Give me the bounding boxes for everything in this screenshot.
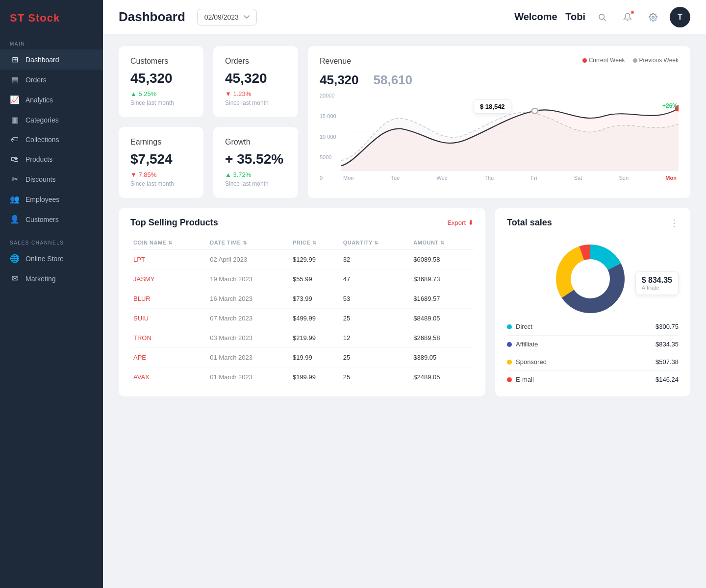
sidebar-label-categories: Categories [25, 116, 59, 124]
chart-x-labels: MonTueWedThuFriSatSunMon [341, 175, 679, 181]
revenue-values: 45,320 58,610 [320, 73, 679, 88]
sidebar-item-collections[interactable]: 🏷Collections [0, 130, 103, 149]
revenue-card: Revenue Current Week Previous Week [308, 46, 690, 198]
revenue-title: Revenue [320, 57, 351, 66]
row-qty-0: 32 [340, 250, 411, 270]
legend-label-2: Sponsored [516, 358, 547, 366]
legend-amount-1: $834.35 [656, 341, 679, 348]
row-coin-5: APE [130, 348, 207, 368]
sidebar-icon-analytics: 📈 [10, 95, 20, 104]
row-amount-6: $2489.05 [410, 368, 474, 387]
sales-legend: Direct $300.75 Affilliate $834.35 Sponso… [507, 323, 679, 383]
legend-dot-2 [507, 360, 512, 365]
row-qty-6: 25 [340, 368, 411, 387]
chart-area: $ 18,542 +26% [341, 93, 679, 173]
legend-item-direct: Direct $300.75 [507, 323, 679, 336]
sidebar-item-categories[interactable]: ▦Categories [0, 110, 103, 130]
row-coin-3: SUIU [130, 309, 207, 328]
table-row: AVAX 01 March 2023 $199.99 25 $2489.05 [130, 368, 474, 387]
sidebar-section-main: MAIN [0, 34, 103, 49]
app-logo: ST Stock [0, 0, 103, 34]
export-label: Export [447, 219, 466, 226]
stat-card-orders: Orders 45,320 ▼ 1.23% Since last month [213, 46, 298, 117]
row-qty-2: 53 [340, 289, 411, 309]
username-label: Tobi [565, 11, 585, 22]
row-date-1: 19 March 2023 [207, 270, 290, 289]
row-amount-4: $2689.58 [410, 328, 474, 348]
notification-badge [630, 10, 634, 14]
main-area: Dashboard 02/09/2023 Welcome Tobi T [103, 0, 706, 588]
sidebar-icon-categories: ▦ [10, 115, 20, 124]
table-row: JASMY 19 March 2023 $55.99 47 $3689.73 [130, 270, 474, 289]
top-selling-card: Top Selling Products Export ⬇ COIN NAME … [119, 208, 485, 396]
stat-label-3: Growth [225, 138, 286, 147]
sidebar-label-discounts: Discounts [25, 175, 55, 183]
search-button[interactable] [593, 8, 611, 26]
stat-label-0: Customers [130, 57, 192, 66]
sidebar-icon-products: 🛍 [10, 155, 20, 164]
stat-label-2: Earnings [130, 138, 192, 147]
sidebar-icon-customers: 👤 [10, 215, 20, 224]
header-right: Welcome Tobi T [514, 7, 690, 27]
col-coin: COIN NAME ⇅ [130, 236, 207, 250]
col-qty: QUANTITY ⇅ [340, 236, 411, 250]
stat-value-3: + 35.52% [225, 151, 286, 167]
legend-label-1: Affilliate [516, 341, 538, 348]
sidebar-label-collections: Collections [25, 136, 59, 144]
sidebar-item-online-store[interactable]: 🌐Online Store [0, 248, 103, 269]
sidebar-icon-marketing: ✉ [10, 274, 20, 283]
row-amount-5: $389.05 [410, 348, 474, 368]
sidebar-item-marketing[interactable]: ✉Marketing [0, 269, 103, 289]
svg-point-0 [599, 14, 605, 20]
legend-item-sponsored: Sponsored $507.38 [507, 358, 679, 371]
sidebar-item-employees[interactable]: 👥Employees [0, 189, 103, 209]
date-picker[interactable]: 02/09/2023 [197, 9, 257, 25]
stat-label-1: Orders [225, 57, 286, 66]
stat-value-0: 45,320 [130, 71, 192, 86]
stat-change-2: ▼ 7.85% [130, 171, 192, 178]
settings-button[interactable] [644, 8, 662, 26]
donut-chart-svg [544, 235, 642, 313]
top-selling-header: Top Selling Products Export ⬇ [130, 218, 474, 228]
legend-item-e-mail: E-mail $146.24 [507, 376, 679, 383]
sidebar-item-dashboard[interactable]: ⊞Dashboard [0, 49, 103, 70]
sidebar-label-orders: Orders [25, 76, 47, 84]
row-amount-0: $6089.58 [410, 250, 474, 270]
sidebar-label-dashboard: Dashboard [25, 56, 59, 64]
row-date-5: 01 March 2023 [207, 348, 290, 368]
sidebar-item-orders[interactable]: ▤Orders [0, 70, 103, 90]
total-sales-header: Total sales ⋮ [507, 218, 679, 228]
sidebar-item-analytics[interactable]: 📈Analytics [0, 90, 103, 110]
sidebar-icon-collections: 🏷 [10, 135, 20, 144]
row-date-0: 02 April 2023 [207, 250, 290, 270]
stat-since-0: Since last month [130, 99, 192, 106]
total-sales-card: Total sales ⋮ [495, 208, 690, 396]
sidebar-section-sales: SALES CHANNELS [0, 233, 103, 248]
row-amount-1: $3689.73 [410, 270, 474, 289]
export-button[interactable]: Export ⬇ [447, 219, 474, 226]
welcome-message: Welcome Tobi [514, 11, 585, 23]
notifications-button[interactable] [619, 8, 636, 26]
stat-since-1: Since last month [225, 99, 286, 106]
row-qty-4: 12 [340, 328, 411, 348]
sidebar-item-products[interactable]: 🛍Products [0, 149, 103, 169]
total-sales-menu[interactable]: ⋮ [670, 219, 679, 227]
legend-label-3: E-mail [516, 376, 534, 383]
revenue-chart-svg [341, 93, 679, 171]
user-avatar[interactable]: T [670, 7, 690, 27]
top-selling-title: Top Selling Products [130, 218, 218, 228]
row-price-3: $499.99 [290, 309, 340, 328]
sidebar: ST Stock MAIN ⊞Dashboard▤Orders📈Analytic… [0, 0, 103, 588]
row-date-4: 03 March 2023 [207, 328, 290, 348]
row-price-2: $73.99 [290, 289, 340, 309]
total-sales-title: Total sales [507, 218, 552, 228]
sidebar-label-customers: Customers [25, 216, 59, 223]
col-price: PRICE ⇅ [290, 236, 340, 250]
products-table: COIN NAME ⇅ DATE TIME ⇅ PRICE ⇅ QUANTITY… [130, 236, 474, 387]
legend-item-affilliate: Affilliate $834.35 [507, 341, 679, 353]
row-coin-6: AVAX [130, 368, 207, 387]
sidebar-item-customers[interactable]: 👤Customers [0, 209, 103, 229]
sidebar-item-discounts[interactable]: ✂Discounts [0, 169, 103, 189]
row-qty-1: 47 [340, 270, 411, 289]
legend-label-0: Direct [516, 323, 532, 330]
